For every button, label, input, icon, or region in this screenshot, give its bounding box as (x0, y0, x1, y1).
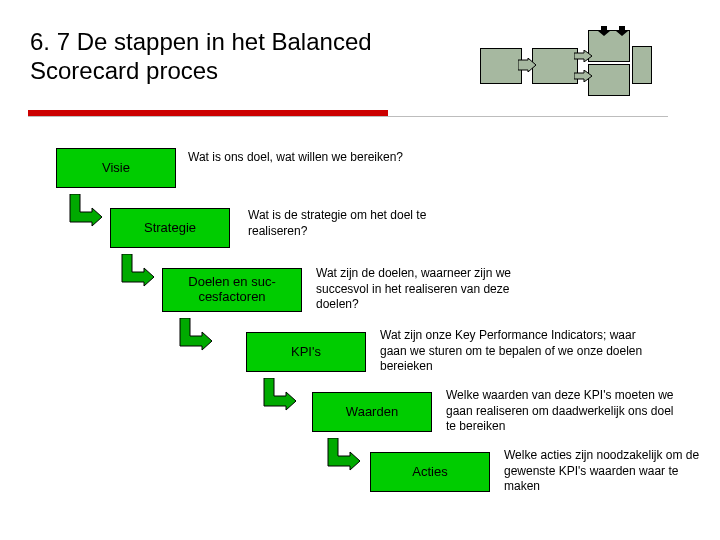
svg-marker-0 (518, 58, 536, 72)
page-title: 6. 7 De stappen in het Balanced Scorecar… (30, 28, 450, 86)
step-arrow-icon (118, 254, 154, 290)
process-mini-diagram (480, 30, 660, 100)
step-desc-doelen: Wat zijn de doelen, waarneer zijn we suc… (316, 266, 526, 313)
step-desc-kpis: Wat zijn onze Key Performance Indicators… (380, 328, 660, 375)
step-box-strategie: Strategie (110, 208, 230, 248)
step-desc-waarden: Welke waarden van deze KPI's moeten we g… (446, 388, 676, 435)
step-arrow-icon (324, 438, 360, 474)
step-box-kpis: KPI's (246, 332, 366, 372)
step-box-visie: Visie (56, 148, 176, 188)
step-box-acties: Acties (370, 452, 490, 492)
step-box-waarden: Waarden (312, 392, 432, 432)
step-desc-acties: Welke acties zijn noodzakelijk om de gew… (504, 448, 704, 495)
step-arrow-icon (260, 378, 296, 414)
title-underline-grey (28, 116, 668, 117)
step-arrow-icon (176, 318, 212, 354)
svg-marker-3 (598, 26, 610, 36)
svg-marker-1 (574, 50, 592, 62)
svg-marker-4 (616, 26, 628, 36)
step-box-doelen: Doelen en suc- cesfactoren (162, 268, 302, 312)
svg-marker-2 (574, 70, 592, 82)
step-arrow-icon (66, 194, 102, 230)
step-desc-visie: Wat is ons doel, wat willen we bereiken? (188, 150, 408, 166)
step-desc-strategie: Wat is de strategie om het doel te reali… (248, 208, 478, 239)
